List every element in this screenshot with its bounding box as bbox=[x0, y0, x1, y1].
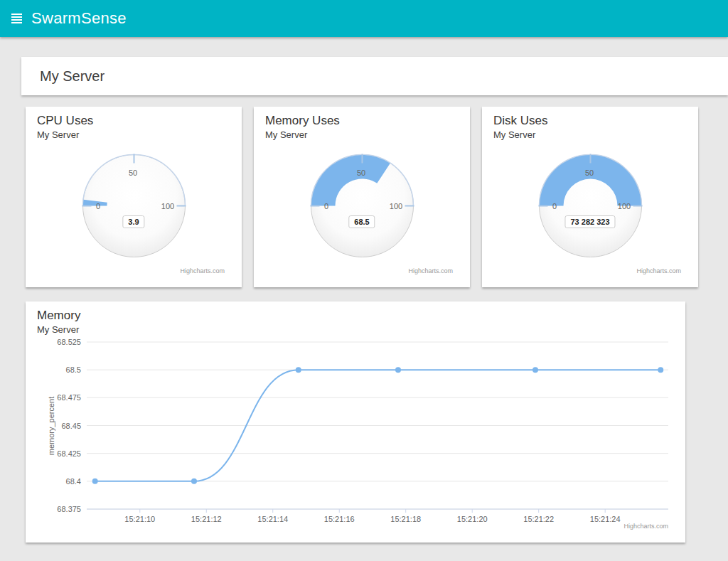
menu-icon-bar bbox=[11, 16, 22, 18]
highcharts-credit-link[interactable]: Highcharts.com bbox=[636, 267, 681, 274]
chart-subtitle: My Server bbox=[493, 129, 535, 140]
data-point[interactable] bbox=[92, 479, 98, 484]
gauge-tick-label-0: 0 bbox=[552, 202, 557, 210]
gauge-tick-label-100: 100 bbox=[618, 202, 631, 210]
disk-gauge-card: Disk Uses My Server 0 50 100 73 282 323 … bbox=[482, 107, 698, 287]
app-title: SwarmSense bbox=[31, 0, 127, 37]
highcharts-credit-link[interactable]: Highcharts.com bbox=[623, 523, 668, 530]
chart-subtitle: My Server bbox=[37, 324, 79, 335]
x-tick-label: 15:21:12 bbox=[191, 515, 222, 523]
gauge-tick-label-50: 50 bbox=[357, 169, 365, 177]
page-title: My Server bbox=[21, 57, 728, 95]
cpu-gauge-card: CPU Uses My Server 0 50 100 3.9 Highchar… bbox=[26, 107, 242, 287]
x-tick-label: 15:21:24 bbox=[590, 515, 621, 523]
app-header: SwarmSense bbox=[0, 0, 728, 37]
data-point[interactable] bbox=[395, 367, 401, 373]
chart-title: Memory Uses bbox=[265, 114, 340, 128]
y-tick-label: 68.475 bbox=[57, 393, 81, 402]
line-chart-svg: 68.37568.468.42568.4568.47568.568.52515:… bbox=[26, 301, 685, 543]
gauge-tick-label-100: 100 bbox=[161, 202, 174, 210]
gauge-tick-label-50: 50 bbox=[129, 169, 137, 177]
data-point[interactable] bbox=[296, 367, 301, 373]
y-tick-label: 68.425 bbox=[57, 449, 81, 458]
memory-line-chart: 68.37568.468.42568.4568.47568.568.52515:… bbox=[26, 301, 685, 543]
x-tick-label: 15:21:18 bbox=[390, 515, 421, 523]
y-tick-label: 68.375 bbox=[57, 505, 81, 513]
page-title-bar: My Server bbox=[21, 57, 728, 95]
menu-icon-bar bbox=[11, 22, 22, 23]
x-tick-label: 15:21:10 bbox=[124, 515, 155, 523]
x-tick-label: 15:21:20 bbox=[457, 515, 488, 523]
x-tick-label: 15:21:22 bbox=[523, 515, 554, 523]
memory-gauge-card: Memory Uses My Server 0 50 100 68.5 High… bbox=[254, 107, 470, 287]
data-point[interactable] bbox=[532, 367, 538, 373]
gauge-value-label: 3.9 bbox=[122, 215, 144, 228]
chart-subtitle: My Server bbox=[37, 129, 79, 140]
y-tick-label: 68.525 bbox=[57, 338, 81, 346]
highcharts-credit-link[interactable]: Highcharts.com bbox=[180, 267, 225, 274]
app-root: SwarmSense My Server CPU Uses My Server … bbox=[0, 0, 728, 561]
data-point[interactable] bbox=[658, 367, 663, 373]
gauge-tick-label-100: 100 bbox=[390, 202, 402, 210]
gauge-tick-label-0: 0 bbox=[324, 202, 328, 210]
y-tick-label: 68.45 bbox=[61, 422, 81, 430]
gauge-value-label: 68.5 bbox=[348, 215, 375, 228]
chart-title: Disk Uses bbox=[493, 114, 548, 128]
chart-title: Memory bbox=[37, 309, 80, 323]
gauge-tick-label-50: 50 bbox=[585, 169, 594, 177]
y-axis-title: memory_percent bbox=[47, 397, 55, 456]
memory-line-card: Memory My Server memory_percent 68.37568… bbox=[26, 301, 685, 543]
menu-icon-bar bbox=[11, 19, 22, 21]
menu-icon[interactable] bbox=[11, 14, 23, 23]
gauge-tick-label-0: 0 bbox=[96, 202, 100, 210]
menu-icon-bar bbox=[11, 14, 22, 15]
chart-title: CPU Uses bbox=[37, 114, 93, 128]
data-point[interactable] bbox=[191, 479, 197, 484]
chart-subtitle: My Server bbox=[265, 129, 307, 140]
y-tick-label: 68.4 bbox=[66, 477, 81, 486]
y-tick-label: 68.5 bbox=[66, 365, 81, 374]
gauge-value-label: 73 282 323 bbox=[564, 215, 615, 228]
highcharts-credit-link[interactable]: Highcharts.com bbox=[408, 267, 453, 274]
x-tick-label: 15:21:14 bbox=[257, 515, 288, 523]
x-tick-label: 15:21:16 bbox=[324, 515, 355, 523]
